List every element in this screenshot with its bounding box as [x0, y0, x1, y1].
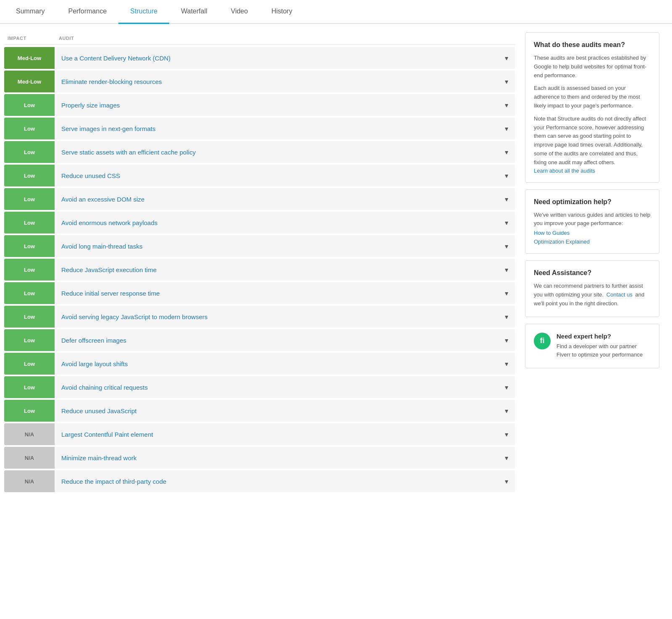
audit-content[interactable]: Serve static assets with an efficient ca… [55, 141, 515, 163]
impact-badge: Low [4, 353, 55, 375]
assistance-title: Need Assistance? [534, 269, 651, 277]
audit-rows-container: Med-LowUse a Content Delivery Network (C… [4, 47, 515, 492]
audit-row: LowReduce unused JavaScript▾ [4, 400, 515, 422]
audit-content[interactable]: Avoid chaining critical requests▾ [55, 376, 515, 398]
assistance-para: We can recommend partners to further ass… [534, 282, 651, 308]
optimization-explained-link[interactable]: Optimization Explained [534, 239, 651, 245]
audit-content[interactable]: Avoid large layout shifts▾ [55, 353, 515, 375]
chevron-down-icon: ▾ [505, 125, 508, 133]
impact-badge: Low [4, 94, 55, 116]
audit-row: N/AMinimize main-thread work▾ [4, 447, 515, 469]
impact-badge: Low [4, 329, 55, 351]
chevron-down-icon: ▾ [505, 313, 508, 321]
audits-explanation-para1: These audits are best practices establis… [534, 54, 651, 80]
chevron-down-icon: ▾ [505, 407, 508, 415]
tab-performance[interactable]: Performance [56, 0, 118, 24]
audits-explanation-para3: Note that Structure audits do not direct… [534, 115, 651, 167]
tab-summary[interactable]: Summary [4, 0, 56, 24]
audit-title: Serve images in next-gen formats [61, 125, 155, 132]
audit-content[interactable]: Avoid enormous network payloads▾ [55, 212, 515, 233]
audit-content[interactable]: Largest Contentful Paint element▾ [55, 423, 515, 445]
impact-badge: Med-Low [4, 71, 55, 92]
audit-title: Avoid chaining critical requests [61, 384, 148, 391]
impact-badge: Low [4, 306, 55, 328]
audit-row: LowReduce initial server response time▾ [4, 282, 515, 304]
audit-title: Largest Contentful Paint element [61, 431, 153, 438]
audit-content[interactable]: Eliminate render-blocking resources▾ [55, 71, 515, 92]
contact-us-link[interactable]: Contact us [606, 291, 633, 298]
learn-audits-link[interactable]: Learn about all the audits [534, 168, 595, 174]
optimization-help-para1: We've written various guides and article… [534, 211, 651, 228]
fiverr-title: Need expert help? [556, 333, 651, 340]
audit-row: Med-LowEliminate render-blocking resourc… [4, 71, 515, 92]
how-to-guides-link[interactable]: How to Guides [534, 230, 651, 236]
audit-title: Reduce initial server response time [61, 290, 160, 297]
audit-row: LowServe static assets with an efficient… [4, 141, 515, 163]
chevron-down-icon: ▾ [505, 78, 508, 86]
audit-row: LowAvoid an excessive DOM size▾ [4, 188, 515, 210]
chevron-down-icon: ▾ [505, 219, 508, 227]
audit-row: LowServe images in next-gen formats▾ [4, 118, 515, 139]
tab-structure[interactable]: Structure [118, 0, 169, 24]
assistance-card: Need Assistance? We can recommend partne… [525, 260, 659, 317]
chevron-down-icon: ▾ [505, 172, 508, 180]
chevron-down-icon: ▾ [505, 54, 508, 62]
impact-badge: Low [4, 282, 55, 304]
audit-content[interactable]: Properly size images▾ [55, 94, 515, 116]
chevron-down-icon: ▾ [505, 477, 508, 485]
audit-row: LowProperly size images▾ [4, 94, 515, 116]
audit-column-header: AUDIT [55, 36, 515, 41]
audit-title: Reduce unused CSS [61, 172, 120, 179]
audits-explanation-title: What do these audits mean? [534, 41, 651, 49]
tab-bar: SummaryPerformanceStructureWaterfallVide… [0, 0, 672, 24]
audit-title: Avoid serving legacy JavaScript to moder… [61, 313, 207, 320]
tab-history[interactable]: History [260, 0, 304, 24]
optimization-help-card: Need optimization help? We've written va… [525, 189, 659, 254]
audit-content[interactable]: Avoid serving legacy JavaScript to moder… [55, 306, 515, 328]
audit-content[interactable]: Reduce unused CSS▾ [55, 165, 515, 186]
audit-content[interactable]: Use a Content Delivery Network (CDN)▾ [55, 47, 515, 69]
optimization-help-title: Need optimization help? [534, 198, 651, 206]
chevron-down-icon: ▾ [505, 289, 508, 297]
audit-table-header: IMPACT AUDIT [4, 32, 515, 45]
chevron-down-icon: ▾ [505, 336, 508, 344]
fiverr-card: fi Need expert help? Find a developer wi… [525, 324, 659, 369]
audit-title: Reduce unused JavaScript [61, 407, 136, 414]
audit-content[interactable]: Avoid long main-thread tasks▾ [55, 235, 515, 257]
impact-badge: Low [4, 376, 55, 398]
audit-content[interactable]: Serve images in next-gen formats▾ [55, 118, 515, 139]
impact-badge: Low [4, 259, 55, 281]
audit-content[interactable]: Defer offscreen images▾ [55, 329, 515, 351]
chevron-down-icon: ▾ [505, 360, 508, 368]
chevron-down-icon: ▾ [505, 454, 508, 462]
audit-title: Reduce the impact of third-party code [61, 478, 166, 485]
fiverr-content: Need expert help? Find a developer with … [556, 333, 651, 360]
audit-row: N/AReduce the impact of third-party code… [4, 470, 515, 492]
audit-title: Avoid enormous network payloads [61, 219, 158, 226]
chevron-down-icon: ▾ [505, 266, 508, 274]
tab-video[interactable]: Video [219, 0, 260, 24]
audit-content[interactable]: Reduce unused JavaScript▾ [55, 400, 515, 422]
audit-content[interactable]: Minimize main-thread work▾ [55, 447, 515, 469]
audit-title: Avoid long main-thread tasks [61, 243, 142, 250]
chevron-down-icon: ▾ [505, 195, 508, 203]
tab-waterfall[interactable]: Waterfall [169, 0, 219, 24]
chevron-down-icon: ▾ [505, 430, 508, 438]
impact-badge: Low [4, 188, 55, 210]
audit-title: Reduce JavaScript execution time [61, 266, 157, 273]
impact-badge: Med-Low [4, 47, 55, 69]
audit-content[interactable]: Reduce initial server response time▾ [55, 282, 515, 304]
impact-badge: N/A [4, 423, 55, 445]
audit-title: Use a Content Delivery Network (CDN) [61, 55, 171, 62]
main-layout: IMPACT AUDIT Med-LowUse a Content Delive… [0, 24, 664, 502]
audit-content[interactable]: Avoid an excessive DOM size▾ [55, 188, 515, 210]
audit-title: Avoid large layout shifts [61, 360, 128, 367]
audit-row: LowAvoid large layout shifts▾ [4, 353, 515, 375]
impact-column-header: IMPACT [4, 36, 55, 41]
impact-badge: N/A [4, 447, 55, 469]
audit-row: LowReduce JavaScript execution time▾ [4, 259, 515, 281]
audit-content[interactable]: Reduce the impact of third-party code▾ [55, 470, 515, 492]
audits-explanation-para2: Each audit is assessed based on your adh… [534, 84, 651, 110]
audit-content[interactable]: Reduce JavaScript execution time▾ [55, 259, 515, 281]
audit-title: Defer offscreen images [61, 337, 126, 344]
